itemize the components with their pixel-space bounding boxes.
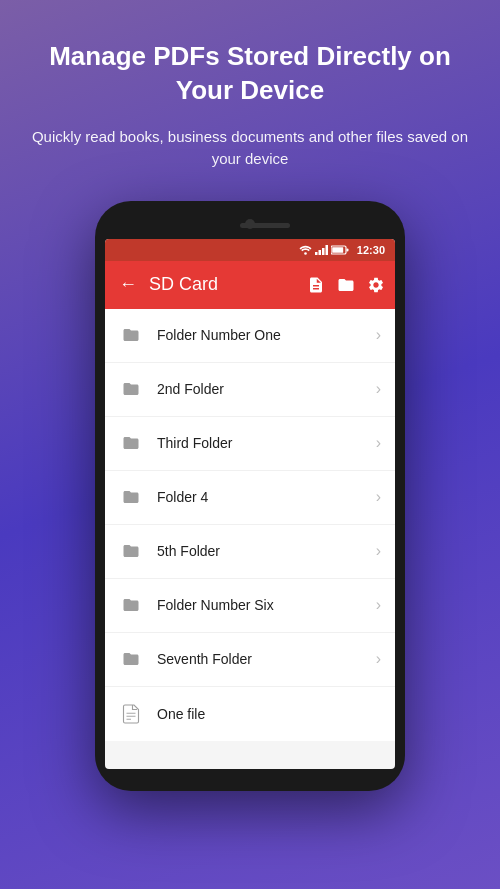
list-item[interactable]: Folder Number Six› (105, 579, 395, 633)
svg-rect-7 (332, 247, 343, 253)
chevron-right-icon: › (376, 596, 381, 614)
list-item[interactable]: One file (105, 687, 395, 741)
list-item[interactable]: Folder 4› (105, 471, 395, 525)
page-icon[interactable] (307, 276, 325, 294)
file-name-label: Seventh Folder (157, 651, 376, 667)
phone-notch (105, 215, 395, 239)
status-icons (299, 245, 349, 255)
folder-svg-icon (120, 650, 142, 668)
chevron-right-icon: › (376, 650, 381, 668)
wifi-icon (299, 245, 312, 255)
folder-svg-icon (120, 434, 142, 452)
folder-svg-icon (120, 326, 142, 344)
list-item[interactable]: Folder Number One› (105, 309, 395, 363)
file-name-label: Third Folder (157, 435, 376, 451)
folder-svg-icon (120, 542, 142, 560)
file-name-label: One file (157, 706, 381, 722)
status-time: 12:30 (357, 244, 385, 256)
file-list: Folder Number One› 2nd Folder› Third Fol… (105, 309, 395, 741)
svg-point-0 (304, 252, 307, 255)
list-item[interactable]: 2nd Folder› (105, 363, 395, 417)
chevron-right-icon: › (376, 434, 381, 452)
file-name-label: Folder Number Six (157, 597, 376, 613)
file-svg-icon (119, 702, 143, 726)
phone-body: 12:30 ← SD Card (95, 201, 405, 791)
list-item[interactable]: Seventh Folder› (105, 633, 395, 687)
svg-rect-1 (315, 252, 318, 255)
file-name-label: 5th Folder (157, 543, 376, 559)
status-bar: 12:30 (105, 239, 395, 261)
file-name-label: Folder Number One (157, 327, 376, 343)
folder-svg-icon (120, 488, 142, 506)
svg-rect-6 (346, 248, 348, 251)
hero-section: Manage PDFs Stored Directly on Your Devi… (0, 0, 500, 181)
folder-icon (119, 377, 143, 401)
settings-icon[interactable] (367, 276, 385, 294)
folder-icon[interactable] (337, 276, 355, 294)
folder-svg-icon (120, 596, 142, 614)
folder-icon (119, 323, 143, 347)
battery-icon (331, 245, 349, 255)
chevron-right-icon: › (376, 542, 381, 560)
folder-icon (119, 539, 143, 563)
list-item[interactable]: 5th Folder› (105, 525, 395, 579)
app-bar-title: SD Card (149, 274, 299, 295)
svg-rect-4 (325, 245, 328, 255)
document-svg-icon (122, 703, 140, 725)
folder-icon (119, 647, 143, 671)
signal-icon (315, 245, 328, 255)
app-bar: ← SD Card (105, 261, 395, 309)
folder-svg-icon (120, 380, 142, 398)
svg-rect-2 (318, 250, 321, 255)
app-bar-actions (307, 276, 385, 294)
phone-screen: 12:30 ← SD Card (105, 239, 395, 769)
speaker-grille (240, 223, 290, 228)
hero-title: Manage PDFs Stored Directly on Your Devi… (30, 40, 470, 108)
chevron-right-icon: › (376, 380, 381, 398)
phone-mockup: 12:30 ← SD Card (95, 201, 405, 791)
folder-icon (119, 485, 143, 509)
hero-subtitle: Quickly read books, business documents a… (30, 126, 470, 171)
chevron-right-icon: › (376, 326, 381, 344)
list-item[interactable]: Third Folder› (105, 417, 395, 471)
folder-icon (119, 431, 143, 455)
file-name-label: 2nd Folder (157, 381, 376, 397)
svg-rect-3 (322, 248, 325, 255)
folder-icon (119, 593, 143, 617)
chevron-right-icon: › (376, 488, 381, 506)
back-button[interactable]: ← (115, 270, 141, 299)
file-name-label: Folder 4 (157, 489, 376, 505)
